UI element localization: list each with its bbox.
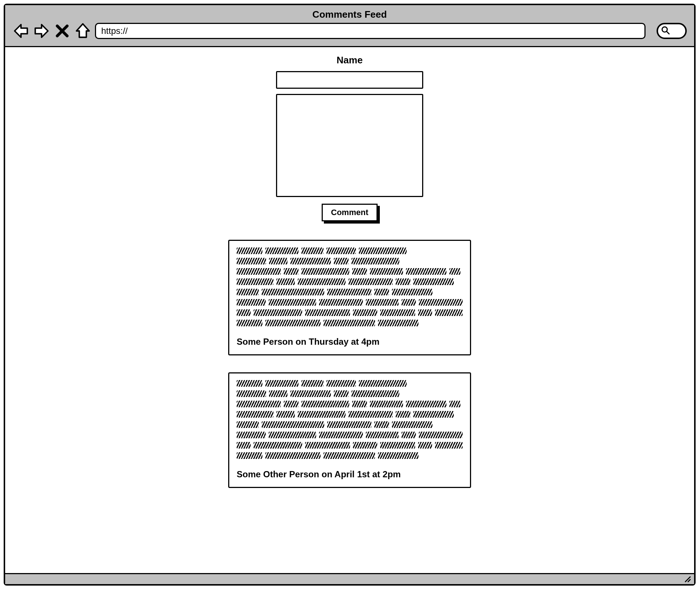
name-label: Name xyxy=(337,55,363,66)
stop-icon[interactable] xyxy=(54,22,71,39)
home-icon[interactable] xyxy=(74,22,91,39)
page-content: Name Comment Some Person on Thursday at … xyxy=(5,47,694,573)
browser-window: Comments Feed Name xyxy=(4,4,696,586)
status-bar xyxy=(5,573,694,584)
svg-line-3 xyxy=(688,579,690,582)
name-field[interactable] xyxy=(276,71,423,89)
comments-list: Some Person on Thursday at 4pm Some Othe… xyxy=(228,240,471,488)
browser-toolbar xyxy=(13,22,687,39)
svg-line-2 xyxy=(685,576,691,582)
search-button[interactable] xyxy=(657,23,687,39)
comment-text-placeholder xyxy=(237,247,463,326)
comment-form: Name Comment xyxy=(276,55,423,221)
comment-button[interactable]: Comment xyxy=(322,204,377,221)
window-title: Comments Feed xyxy=(13,7,687,22)
search-icon xyxy=(661,26,670,36)
svg-line-1 xyxy=(667,31,669,34)
back-icon[interactable] xyxy=(13,22,29,39)
comment-meta: Some Other Person on April 1st at 2pm xyxy=(237,469,463,480)
comment-item: Some Other Person on April 1st at 2pm xyxy=(228,372,471,488)
comment-meta: Some Person on Thursday at 4pm xyxy=(237,337,463,347)
resize-grip-icon[interactable] xyxy=(683,575,691,584)
comment-item: Some Person on Thursday at 4pm xyxy=(228,240,471,355)
comment-field[interactable] xyxy=(276,94,423,197)
url-input[interactable] xyxy=(95,23,646,39)
comment-text-placeholder xyxy=(237,380,463,459)
browser-chrome: Comments Feed xyxy=(5,5,694,47)
forward-icon[interactable] xyxy=(33,22,50,39)
